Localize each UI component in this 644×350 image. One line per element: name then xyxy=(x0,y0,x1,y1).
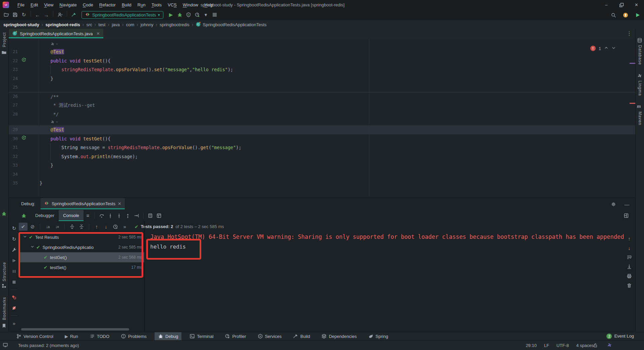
sync-icon[interactable]: ↻ xyxy=(19,11,28,19)
minimize-icon[interactable]: – xyxy=(599,0,614,10)
stripe-maven[interactable]: Maven xyxy=(638,112,642,125)
pause-icon[interactable] xyxy=(10,266,18,277)
menu-edit[interactable]: Edit xyxy=(28,0,41,10)
toolwindow-profiler[interactable]: Profiler xyxy=(221,332,249,341)
breadcrumb-item[interactable]: com xyxy=(126,22,135,27)
run-test-gutter-icon[interactable] xyxy=(21,56,26,65)
menu-file[interactable]: File xyxy=(14,0,28,10)
junit-annotation-inlay-icon[interactable] xyxy=(50,41,59,47)
maven-icon[interactable]: m xyxy=(637,103,641,109)
save-icon[interactable] xyxy=(11,11,19,19)
breadcrumb-item[interactable]: test xyxy=(99,22,106,27)
forward-icon[interactable]: → xyxy=(42,11,51,19)
debug-tab-debugger[interactable]: Debugger xyxy=(31,210,59,221)
hide-icon[interactable]: — xyxy=(623,200,631,208)
restore-icon[interactable] xyxy=(614,0,629,10)
stop-icon[interactable] xyxy=(210,11,219,19)
debug-stripe-icon[interactable] xyxy=(1,211,7,217)
stripe-lingma[interactable]: Lingma xyxy=(638,81,642,96)
coverage-icon[interactable] xyxy=(184,11,193,19)
status-item[interactable]: 29:10 xyxy=(526,343,537,348)
code-line[interactable]: 31 String message = stringRedisTemplate.… xyxy=(9,143,635,152)
sort-alpha-icon[interactable]: ↓a xyxy=(43,223,52,231)
collapse-all-icon[interactable] xyxy=(77,223,86,231)
stop-square-icon[interactable] xyxy=(10,277,18,288)
breadcrumb-item[interactable]: johnny xyxy=(141,22,153,27)
stripe-structure[interactable]: Structure xyxy=(2,262,7,281)
stripe-database[interactable]: Database xyxy=(638,45,642,65)
structure-icon[interactable] xyxy=(1,283,7,290)
code-line[interactable]: 21 @Test xyxy=(9,47,635,56)
menu-code[interactable]: Code xyxy=(80,0,96,10)
breadcrumb-item[interactable]: CSpringbootRedisApplicationTests xyxy=(196,21,266,28)
force-step-into-icon[interactable] xyxy=(115,212,123,220)
toolwindow-debug[interactable]: Debug xyxy=(155,332,181,341)
debug-icon[interactable] xyxy=(175,11,184,19)
code-line[interactable]: 30 public void testGet(){ xyxy=(9,134,635,143)
view-breakpoints-icon[interactable] xyxy=(10,292,18,303)
profiler-icon[interactable] xyxy=(193,11,202,19)
breadcrumb-item[interactable]: java xyxy=(112,22,120,27)
update-icon[interactable] xyxy=(621,11,630,19)
run-configuration-select[interactable]: SpringbootRedisApplicationTests ▾ xyxy=(82,11,163,19)
status-item[interactable]: UTF-8 xyxy=(556,343,569,348)
close-session-icon[interactable]: ✕ xyxy=(118,201,121,206)
stripe-project[interactable]: Project xyxy=(2,32,7,47)
rerun-icon[interactable]: ↻ xyxy=(10,223,18,234)
restart-icon[interactable]: ↻ xyxy=(10,234,18,245)
status-message[interactable]: Tests passed: 2 (moments ago) xyxy=(18,343,79,348)
event-log-button[interactable]: 2 Event Log xyxy=(606,332,634,340)
inspection-widget[interactable]: ! 1 xyxy=(590,46,616,51)
next-error-icon[interactable] xyxy=(611,46,616,51)
open-folder-icon[interactable] xyxy=(2,11,11,19)
menu-build[interactable]: Build xyxy=(119,0,135,10)
close-tab-icon[interactable]: ✕ xyxy=(97,31,100,36)
chevron-down-icon[interactable] xyxy=(23,234,28,240)
more-icon[interactable]: » xyxy=(10,318,18,329)
toolwindow-services[interactable]: Services xyxy=(254,332,285,341)
error-stripe-mark-purple[interactable] xyxy=(630,63,635,64)
expand-all-icon[interactable] xyxy=(68,223,76,231)
code-editor[interactable]: 21 @Test22 public void testSet(){23 stri… xyxy=(9,38,635,197)
lingma-icon[interactable] xyxy=(637,73,642,80)
breadcrumb-item[interactable]: springboot-redis xyxy=(46,22,80,27)
search-icon[interactable] xyxy=(609,11,618,19)
layout-bars-icon[interactable]: ≡ xyxy=(84,212,92,220)
breadcrumb-item[interactable]: springbootredis xyxy=(160,22,190,27)
layout-settings-icon[interactable] xyxy=(622,212,631,220)
code-line[interactable]: 29 @Test xyxy=(9,125,635,134)
code-line[interactable]: 22 public void testSet(){ xyxy=(9,56,635,65)
console-output[interactable]: Java HotSpot(TM) 64-Bit Server VM warnin… xyxy=(145,232,623,328)
test-tree-row[interactable]: ✔Test Results2 sec 585 ms xyxy=(19,232,144,242)
user-icon[interactable] xyxy=(56,11,64,19)
code-line[interactable]: 33 } xyxy=(9,161,635,170)
toolwindow-todo[interactable]: TODO xyxy=(86,332,113,341)
lingma-status-icon[interactable] xyxy=(605,341,614,349)
menu-navigate[interactable]: Navigate xyxy=(56,0,79,10)
soft-wrap-icon[interactable] xyxy=(625,253,634,262)
database-icon[interactable] xyxy=(637,38,642,44)
code-line[interactable]: 27 * 测试redis--get xyxy=(9,101,635,110)
code-line[interactable]: 23 stringRedisTemplate.opsForValue().set… xyxy=(9,65,635,74)
run-icon[interactable]: ▶ xyxy=(167,11,175,19)
run-to-cursor-icon[interactable] xyxy=(132,212,141,220)
code-line[interactable]: 25 xyxy=(9,83,635,92)
tree-scrollbar[interactable] xyxy=(21,328,129,331)
pass-filter-icon[interactable]: ✔ xyxy=(19,223,28,231)
junit-annotation-inlay-icon[interactable] xyxy=(50,119,59,125)
menu-run[interactable]: Run xyxy=(135,0,149,10)
test-results-tree[interactable]: ✔Test Results2 sec 585 ms✔SpringbootRedi… xyxy=(19,232,144,328)
restore-layout-icon[interactable] xyxy=(155,212,163,220)
history-icon[interactable] xyxy=(111,223,120,231)
settings-gear-icon[interactable] xyxy=(609,200,618,208)
menu-vcs[interactable]: VCS xyxy=(165,0,180,10)
back-icon[interactable]: ← xyxy=(33,11,42,19)
dropdown-icon[interactable]: ▾ xyxy=(202,11,210,19)
clear-icon[interactable] xyxy=(625,281,634,290)
menu-view[interactable]: View xyxy=(41,0,56,10)
chevron-down-icon[interactable] xyxy=(30,245,35,250)
breadcrumb-item[interactable]: springboot-study xyxy=(3,22,39,27)
close-window-icon[interactable]: ✕ xyxy=(629,0,644,10)
build-hammer-icon[interactable] xyxy=(69,11,78,19)
mute-breakpoints-icon[interactable] xyxy=(10,303,18,313)
